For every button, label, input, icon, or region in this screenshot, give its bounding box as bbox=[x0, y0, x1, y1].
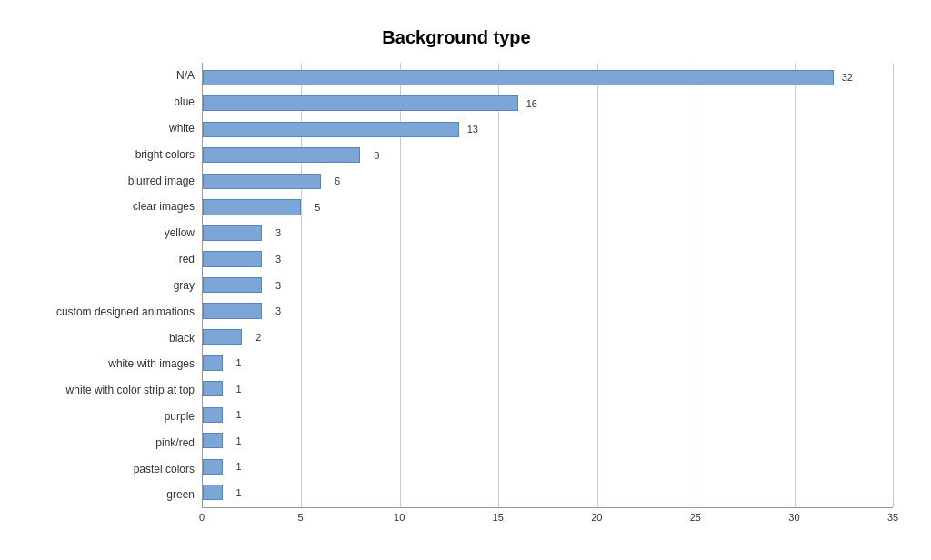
bar-value-label: 3 bbox=[275, 254, 281, 265]
bar-value-label: 1 bbox=[236, 461, 242, 472]
y-label: clear images bbox=[133, 201, 195, 212]
bar-row: 3 bbox=[203, 220, 893, 246]
bar: 1 bbox=[203, 433, 223, 448]
y-label: pastel colors bbox=[134, 464, 195, 475]
bar-row: 2 bbox=[203, 324, 893, 350]
bar-value-label: 3 bbox=[275, 280, 281, 291]
y-label: bright colors bbox=[135, 149, 195, 160]
y-labels: N/Abluewhitebright colorsblurred imagecl… bbox=[20, 63, 202, 508]
bar-value-label: 5 bbox=[315, 202, 320, 213]
bar-value-label: 1 bbox=[236, 487, 242, 498]
bar: 3 bbox=[203, 251, 262, 266]
bar: 5 bbox=[203, 199, 301, 215]
bar-value-label: 1 bbox=[236, 435, 242, 446]
bar-value-label: 16 bbox=[526, 98, 537, 109]
bar-row: 1 bbox=[203, 402, 893, 428]
y-label: black bbox=[169, 333, 195, 344]
grid-line bbox=[893, 63, 894, 507]
x-axis-label: 15 bbox=[493, 512, 504, 523]
bar: 1 bbox=[203, 407, 223, 423]
bar-value-label: 8 bbox=[374, 150, 379, 161]
y-label: white with color strip at top bbox=[66, 385, 195, 395]
y-label: green bbox=[166, 489, 195, 500]
y-label: yellow bbox=[165, 227, 195, 238]
bars-wrapper: 32161386533332111111 bbox=[203, 63, 893, 507]
bar-row: 16 bbox=[203, 91, 893, 117]
x-axis-label: 35 bbox=[887, 512, 898, 523]
bar-value-label: 6 bbox=[335, 175, 340, 186]
bar-row: 6 bbox=[203, 168, 893, 195]
bar-row: 1 bbox=[203, 454, 893, 480]
bar-value-label: 1 bbox=[236, 384, 242, 395]
bar-row: 3 bbox=[203, 246, 893, 273]
chart-area: N/Abluewhitebright colorsblurred imagecl… bbox=[20, 63, 893, 508]
bars-area: 32161386533332111111 bbox=[202, 63, 893, 508]
bar: 1 bbox=[203, 485, 223, 500]
x-axis-label: 20 bbox=[591, 512, 602, 523]
y-label: pink/red bbox=[155, 437, 195, 448]
bar-row: 1 bbox=[203, 375, 893, 402]
bar: 1 bbox=[203, 459, 223, 475]
chart-title: Background type bbox=[20, 27, 893, 48]
bar-value-label: 3 bbox=[275, 305, 281, 316]
bar-row: 5 bbox=[203, 195, 893, 221]
x-axis: 05101520253035 bbox=[202, 512, 893, 530]
bar-row: 32 bbox=[203, 65, 893, 91]
y-label: white with images bbox=[108, 358, 195, 369]
y-label: blue bbox=[174, 96, 195, 107]
bar: 3 bbox=[203, 225, 262, 241]
bar: 1 bbox=[203, 355, 223, 371]
bar: 3 bbox=[203, 303, 262, 318]
bar-value-label: 2 bbox=[255, 332, 261, 343]
bar: 8 bbox=[203, 147, 360, 163]
y-label: gray bbox=[174, 280, 195, 291]
bar: 6 bbox=[203, 174, 321, 189]
bar: 2 bbox=[203, 329, 242, 345]
bar-value-label: 13 bbox=[467, 124, 478, 135]
y-label: custom designed animations bbox=[56, 306, 195, 317]
bar-row: 1 bbox=[203, 480, 893, 506]
bar-row: 1 bbox=[203, 350, 893, 376]
chart-container: Background type N/Abluewhitebright color… bbox=[11, 9, 920, 551]
y-label: red bbox=[179, 254, 195, 265]
bar: 1 bbox=[203, 381, 223, 396]
x-axis-label: 5 bbox=[298, 512, 304, 523]
bar: 16 bbox=[203, 95, 518, 111]
bar-row: 3 bbox=[203, 272, 893, 298]
bar-row: 1 bbox=[203, 427, 893, 454]
x-axis-label: 0 bbox=[199, 512, 205, 523]
bar: 32 bbox=[203, 70, 834, 85]
bar-row: 3 bbox=[203, 298, 893, 325]
x-axis-label: 25 bbox=[690, 512, 701, 523]
y-label: purple bbox=[165, 411, 195, 422]
bar: 3 bbox=[203, 277, 262, 293]
bar-row: 13 bbox=[203, 116, 893, 143]
y-label: blurred image bbox=[128, 175, 195, 186]
y-label: white bbox=[169, 123, 195, 134]
bar-value-label: 1 bbox=[236, 409, 242, 420]
bar-value-label: 32 bbox=[842, 72, 853, 83]
x-axis-label: 30 bbox=[788, 512, 799, 523]
x-axis-label: 10 bbox=[394, 512, 405, 523]
bar: 13 bbox=[203, 122, 459, 137]
bar-value-label: 3 bbox=[275, 227, 281, 238]
bar-row: 8 bbox=[203, 143, 893, 169]
y-label: N/A bbox=[176, 70, 195, 81]
bar-value-label: 1 bbox=[236, 357, 242, 368]
